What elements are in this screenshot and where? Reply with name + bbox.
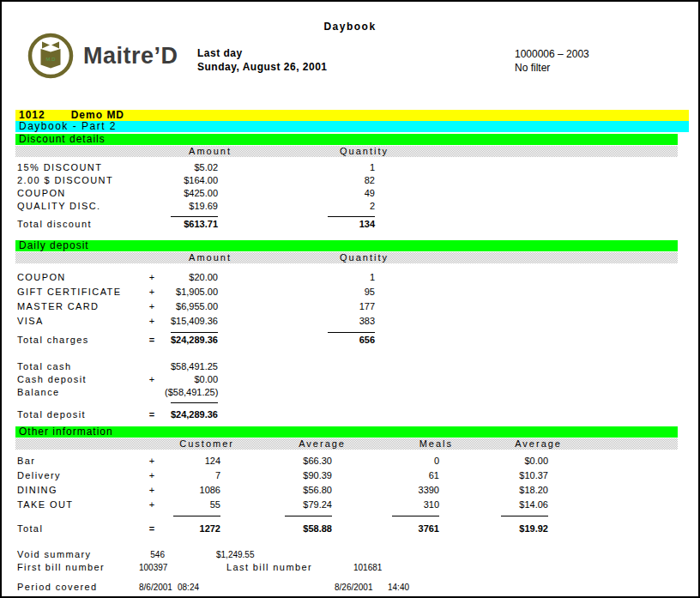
column-header-quantity: Quantity [232,146,389,157]
row-average: $56.80 [220,483,332,498]
table-row: COUPON $425.00 49 [2,187,700,200]
total-label: Total [17,522,139,536]
row-meals: 3390 [332,483,439,498]
total-label: Total deposit [17,408,139,421]
row-operator: + [139,299,165,314]
section-title-discount-details: Discount details [15,134,678,145]
table-row: Balance ($58,491.25) [2,386,700,399]
total-amount: $24,289.36 [165,334,218,347]
row-amount: $425.00 [165,187,218,200]
brand-name: Maitre’D [83,43,178,69]
row-operator: + [139,373,165,386]
total-label: Total discount [17,218,139,231]
row-amount: $19.69 [165,200,218,213]
column-header-amount: Amount [178,252,232,263]
row-operator: + [139,483,165,498]
row-label: Total cash [17,360,139,373]
row-operator: + [139,270,165,285]
row-average: $79.24 [220,498,332,512]
row-quantity: 2 [218,200,375,213]
column-header-amount: Amount [178,146,232,157]
row-meals: 310 [332,498,439,512]
row-label: 2.00 $ DISCOUNT [17,174,139,187]
row-quantity: 1 [218,161,375,174]
row-amount: $0.00 [165,373,218,386]
row-operator [139,360,165,373]
row-customer: 124 [165,454,220,468]
total-quantity: 656 [218,334,375,347]
row-quantity: 1 [218,270,375,285]
row-average: $0.00 [439,454,548,468]
license-range: 1000006 – 2003 [515,47,589,61]
void-summary-amount: $1,249.55 [216,548,700,561]
daybook-report-page: Daybook M.D Maitre’D Last day Sunday, Au… [0,0,700,598]
row-amount: ($58,491.25) [165,386,218,399]
column-header-meals: Meals [346,438,453,450]
row-label: COUPON [17,270,139,285]
total-discount-row: Total discount $613.71 134 [2,218,700,231]
void-summary-row: Void summary 546 $1,249.55 [2,548,700,561]
section-title-other-information: Other information [15,426,678,438]
row-label: 15% DISCOUNT [17,161,139,174]
row-operator: + [139,468,165,483]
table-row: Total cash $58,491.25 [2,360,700,373]
period-end-date: 8/26/2001 [335,581,388,594]
other-info-total-row: Total = 1272 $58.88 3761 $19.92 [2,522,700,536]
row-label: DINING [17,483,139,498]
total-label: Total charges [17,334,139,347]
table-row: DINING + 1086 $56.80 3390 $18.20 [2,483,700,498]
row-operator [139,386,165,399]
table-row: VISA + $15,409.36 383 [2,314,700,329]
table-row: COUPON + $20.00 1 [2,270,700,285]
total-quantity: 134 [218,218,375,231]
row-label: Balance [17,386,139,399]
row-quantity: 383 [218,314,375,329]
row-quantity: 82 [218,174,375,187]
report-footer: Void summary 546 $1,249.55 First bill nu… [2,548,700,594]
row-amount: $15,409.36 [165,314,218,329]
row-label: COUPON [17,187,139,200]
first-bill-label: First bill number [17,561,139,574]
void-summary-label: Void summary [17,548,139,561]
total-meals: 3761 [332,522,439,536]
row-operator: + [139,454,165,468]
row-amount: $164.00 [165,174,218,187]
total-operator: = [139,408,165,421]
total-deposit-row: Total deposit = $24,289.36 [2,408,700,421]
total-amount: $24,289.36 [165,408,218,421]
filter-status: No filter [515,61,589,75]
other-info-column-headers: Customer Average Meals Average [15,438,678,450]
row-label: Cash deposit [17,373,139,386]
row-label: VISA [17,314,139,329]
row-amount: $6,955.00 [165,299,218,314]
row-operator: + [139,285,165,299]
total-average: $19.92 [439,522,548,536]
row-meals: 61 [332,468,439,483]
first-bill-value: 100397 [139,561,166,574]
row-label: GIFT CERTIFICATE [17,285,139,299]
report-body: 1012Demo MD Daybook - Part 2 Discount de… [2,110,700,594]
table-row: QUALITY DISC. $19.69 2 [2,200,700,213]
period-start-date: 8/6/2001 [139,581,165,594]
period-block: Last day Sunday, August 26, 2001 [197,46,328,74]
report-part-banner: Daybook - Part 2 [15,121,689,132]
row-amount: $58,491.25 [165,360,218,373]
row-operator: + [139,498,165,512]
row-average: $10.37 [439,468,548,483]
row-meals: 0 [332,454,439,468]
period-covered-label: Period covered [17,581,139,594]
row-amount: $1,905.00 [165,285,218,299]
total-charges-row: Total charges = $24,289.36 656 [2,334,700,347]
period-start-time: 08:24 [178,581,229,594]
row-amount: $5.02 [165,161,218,174]
meta-block: 1000006 – 2003 No filter [515,47,589,75]
row-customer: 1086 [165,483,220,498]
total-rule [2,512,700,517]
restaurant-banner: 1012Demo MD [15,110,689,121]
table-row: Delivery + 7 $90.39 61 $10.37 [2,468,700,483]
row-label: Delivery [17,468,139,483]
restaurant-name: Demo MD [71,110,124,121]
table-row: TAKE OUT + 55 $79.24 310 $14.06 [2,498,700,512]
report-title: Daybook [2,21,698,33]
row-customer: 55 [165,498,220,512]
